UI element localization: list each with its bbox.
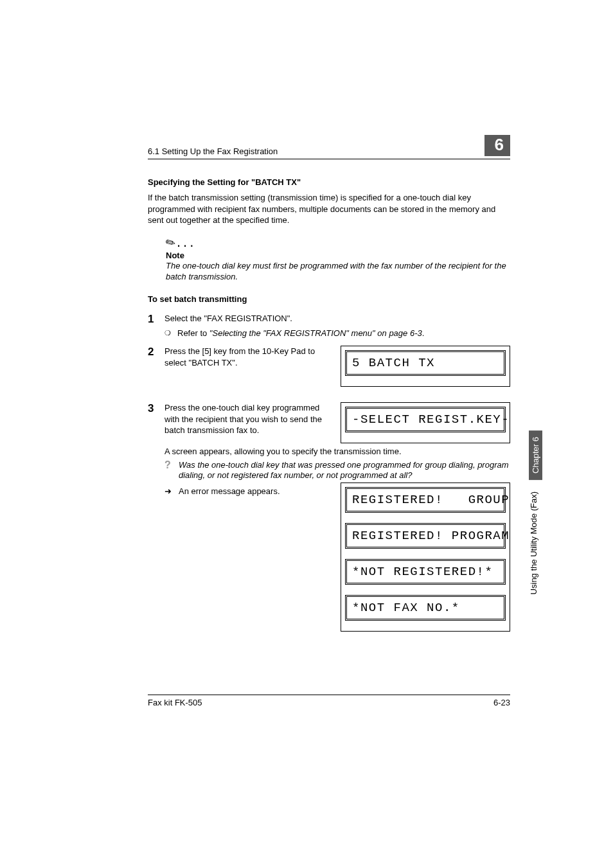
lcd-display: -SELECT REGIST.KEY- — [341, 402, 510, 443]
note-text: The one-touch dial key must first be pro… — [166, 260, 510, 283]
lcd-text: REGISTERED! PROGRAM — [345, 523, 506, 549]
footer-left: Fax kit FK-505 — [148, 698, 202, 707]
section-path: 6.1 Setting Up the Fax Registration — [148, 146, 278, 156]
note-label: Note — [166, 251, 510, 260]
lcd-text: *NOT REGISTERED!* — [345, 559, 506, 585]
side-chapter-title: Using the Utility Mode (Fax) — [529, 492, 541, 594]
question-row: ? Was the one-touch dial key that was pr… — [164, 460, 510, 482]
footer-right: 6-23 — [493, 698, 510, 707]
bullet-text: Refer to "Selecting the "FAX REGISTRATIO… — [177, 328, 510, 339]
step-number: 3 — [148, 402, 164, 436]
chapter-badge: 6 — [484, 135, 510, 156]
arrow-icon: ➜ — [164, 486, 179, 496]
step-number: 2 — [148, 346, 164, 368]
step-text: Press the [5] key from the 10-Key Pad to… — [164, 346, 329, 368]
step-3: 3 Press the one-touch dial key programme… — [148, 402, 510, 443]
step-text: Press the one-touch dial key programmed … — [164, 402, 329, 436]
step-1: 1 Select the "FAX REGISTRATION". ❍ Refer… — [148, 313, 510, 339]
bullet-icon: ❍ — [164, 328, 177, 339]
side-chapter-label: Chapter 6 — [529, 430, 542, 480]
note-block: ✎... Note The one-touch dial key must fi… — [148, 235, 510, 283]
intro-paragraph: If the batch transmission setting (trans… — [148, 192, 510, 226]
side-tab: Chapter 6 Using the Utility Mode (Fax) — [529, 430, 546, 594]
step-after-text: A screen appears, allowing you to specif… — [164, 446, 510, 457]
lcd-error-stack: REGISTERED! GROUP REGISTERED! PROGRAM *N… — [341, 483, 510, 632]
lcd-display: 5 BATCH TX — [341, 346, 510, 387]
step-text: Select the "FAX REGISTRATION". — [164, 313, 510, 324]
step-number: 1 — [148, 313, 164, 339]
arrow-row: ➜ An error message appears. — [164, 486, 329, 496]
step-2: 2 Press the [5] key from the 10-Key Pad … — [148, 346, 510, 387]
note-icon: ✎... — [166, 235, 510, 249]
heading-batch-tx: Specifying the Setting for "BATCH TX" — [148, 177, 510, 187]
question-text: Was the one-touch dial key that was pres… — [179, 460, 510, 482]
question-icon: ? — [164, 460, 179, 482]
lcd-text: -SELECT REGIST.KEY- — [345, 407, 506, 432]
lcd-text: REGISTERED! GROUP — [345, 487, 506, 513]
lcd-text: 5 BATCH TX — [345, 350, 506, 376]
page-header: 6.1 Setting Up the Fax Registration 6 — [148, 135, 510, 159]
heading-to-set: To set batch transmitting — [148, 294, 510, 304]
arrow-text: An error message appears. — [179, 486, 280, 496]
lcd-text: *NOT FAX NO.* — [345, 595, 506, 621]
page-footer: Fax kit FK-505 6-23 — [148, 695, 510, 707]
